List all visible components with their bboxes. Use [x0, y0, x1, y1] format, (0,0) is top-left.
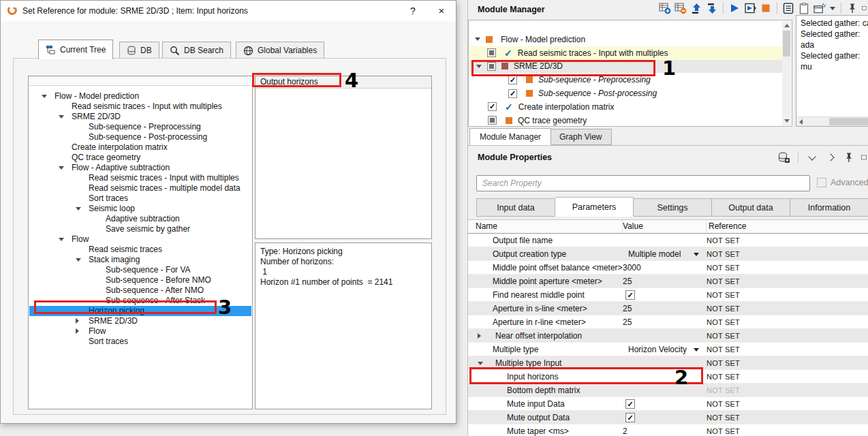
tree-item[interactable]: Flow	[29, 234, 251, 245]
tree-item[interactable]: Seismic loop	[29, 204, 251, 214]
tree-item[interactable]: Read seismic traces	[29, 245, 251, 255]
tree-item[interactable]: Read seismic traces - Input with multipl…	[29, 173, 251, 183]
tree-item[interactable]: Sub-sequence - Preprocessing	[29, 122, 251, 132]
tree-item[interactable]: Adaptive subtraction	[29, 214, 251, 224]
module-checkbox-checked[interactable]: ✓	[488, 102, 497, 111]
run-to-button[interactable]	[744, 2, 756, 14]
expander-open-icon[interactable]	[59, 115, 64, 119]
param-row-group[interactable]: Near offset interpolation NOT SET	[468, 329, 868, 343]
param-row[interactable]: Middle point offset balance <meter> 3000…	[468, 261, 868, 275]
tab-graph-view[interactable]: Graph View	[549, 129, 612, 145]
expander-open-icon[interactable]	[42, 95, 47, 98]
param-row[interactable]: Aperture in r-line <meter> 25 NOT SET	[468, 315, 868, 329]
expander-open-icon[interactable]	[76, 258, 81, 262]
value-dropdown[interactable]: Multiple model	[623, 247, 707, 260]
module-checkbox-partial[interactable]	[487, 48, 496, 57]
close-button[interactable]: ×	[431, 3, 452, 18]
tab-current-tree[interactable]: Current Tree	[38, 40, 113, 59]
tree-item[interactable]: Create interpolation matrix	[29, 142, 251, 153]
module-row-read-seismic[interactable]: ✓ Read seismic traces - Input with multi…	[469, 46, 782, 60]
float-window-icon[interactable]	[861, 151, 867, 164]
stop-button[interactable]	[760, 2, 772, 14]
new-window-caret[interactable]	[829, 2, 836, 14]
param-row[interactable]: Mute input Data ✓ NOT SET	[468, 397, 868, 411]
expander-open-icon[interactable]	[475, 37, 480, 41]
value-checkbox[interactable]: ✓	[623, 411, 707, 424]
tree-item[interactable]: Flow - Model prediction	[29, 91, 251, 102]
param-row[interactable]: Aperture in s-line <meter> 25 NOT SET	[468, 302, 868, 315]
scrollbar-thumb[interactable]	[829, 118, 868, 125]
insert-down-button[interactable]	[706, 2, 718, 14]
column-name[interactable]: Name	[468, 220, 623, 233]
param-row[interactable]: Mute output Data ✓ NOT SET	[468, 411, 868, 424]
expander-open-icon[interactable]	[478, 362, 483, 365]
value-dropdown[interactable]: Horizon Velocity	[623, 343, 707, 356]
value-cell[interactable]	[623, 234, 707, 247]
tab-output-data[interactable]: Output data	[712, 198, 790, 217]
remove-module-button[interactable]	[675, 2, 687, 14]
scroll-up-button[interactable]	[782, 21, 791, 30]
scroll-left-button[interactable]	[796, 117, 805, 126]
help-button[interactable]: ?	[403, 3, 423, 18]
expander-open-icon[interactable]	[59, 166, 64, 170]
expander-closed-icon[interactable]	[478, 333, 481, 339]
chevron-right-icon[interactable]	[824, 151, 837, 164]
checkbox-checked[interactable]: ✓	[625, 399, 635, 409]
value-cell[interactable]: 3000	[623, 261, 707, 274]
module-checkbox-partial[interactable]	[488, 116, 497, 125]
tree-item[interactable]: Read seismic traces - multiple model dat…	[29, 183, 251, 193]
tab-information[interactable]: Information	[790, 198, 868, 217]
import-up-button[interactable]	[690, 2, 702, 14]
tree-item[interactable]: Sub-sequence - Before NMO	[29, 275, 251, 285]
param-row[interactable]: Output file name NOT SET	[468, 234, 868, 247]
save-reference-db-icon[interactable]	[778, 151, 790, 164]
module-row-create-interp[interactable]: ✓ ✓ Create interpolation matrix	[469, 100, 782, 114]
value-cell[interactable]: 25	[623, 302, 707, 315]
value-cell[interactable]	[623, 384, 707, 396]
tree-item[interactable]: Sub-sequence - Post-processing	[29, 132, 251, 142]
param-row[interactable]: Bottom depth matrix NOT SET	[468, 384, 868, 397]
tree-item[interactable]: Sub-sequence - For VA	[29, 265, 251, 275]
scroll-down-button[interactable]	[782, 116, 791, 125]
dropdown-caret-icon[interactable]	[694, 348, 699, 352]
expander-closed-icon[interactable]	[76, 328, 79, 334]
param-row[interactable]: Output creation type Multiple model NOT …	[468, 247, 868, 261]
module-tree-scrollbar[interactable]	[782, 21, 791, 125]
run-button[interactable]	[728, 2, 741, 14]
tree-item[interactable]: Read seismic traces - Input with multipl…	[29, 102, 251, 112]
tree-item[interactable]: Flow	[29, 326, 251, 337]
value-cell[interactable]	[623, 329, 707, 342]
value-checkbox[interactable]: ✓	[623, 288, 707, 301]
module-checkbox-checked[interactable]: ✓	[508, 76, 517, 84]
tree-item[interactable]: Sort traces	[29, 193, 251, 204]
tree-item-srme[interactable]: SRME 2D/3D	[29, 112, 251, 122]
tab-module-manager[interactable]: Module Manager	[469, 128, 551, 145]
value-checkbox[interactable]: ✓	[623, 397, 707, 410]
dropdown-caret-icon[interactable]	[694, 253, 699, 256]
tree-item[interactable]: QC trace geometry	[29, 153, 251, 163]
value-cell[interactable]: 25	[623, 275, 707, 287]
param-row[interactable]: Middle point aperture <meter> 25 NOT SET	[468, 275, 868, 288]
pin-icon[interactable]	[843, 151, 855, 164]
clipboard-button[interactable]	[798, 2, 810, 14]
search-property-input[interactable]	[476, 175, 810, 191]
advanced-toggle[interactable]: Advanced	[817, 178, 868, 187]
chevron-down-icon[interactable]	[806, 151, 818, 164]
column-value[interactable]: Value	[623, 220, 707, 233]
expander-closed-icon[interactable]	[76, 318, 79, 324]
module-checkbox-checked[interactable]: ✓	[508, 89, 517, 98]
checkbox-checked[interactable]: ✓	[625, 290, 635, 300]
module-row-subseq-post[interactable]: ✓ Sub-sequence - Post-processing	[469, 87, 782, 100]
pin-icon[interactable]	[846, 2, 858, 14]
expander-open-icon[interactable]	[76, 207, 81, 211]
scrollbar-thumb[interactable]	[783, 31, 790, 57]
gather-hscrollbar[interactable]	[796, 116, 868, 126]
tab-parameters[interactable]: Parameters	[555, 197, 634, 217]
expander-open-icon[interactable]	[59, 238, 64, 241]
tree-item[interactable]: Flow - Adaptive subtraction	[29, 163, 251, 173]
tab-db[interactable]: DB	[119, 42, 159, 59]
tab-db-search[interactable]: DB Search	[162, 42, 231, 59]
add-module-button[interactable]	[659, 2, 671, 14]
advanced-checkbox[interactable]	[817, 178, 826, 187]
tab-settings[interactable]: Settings	[634, 198, 712, 217]
